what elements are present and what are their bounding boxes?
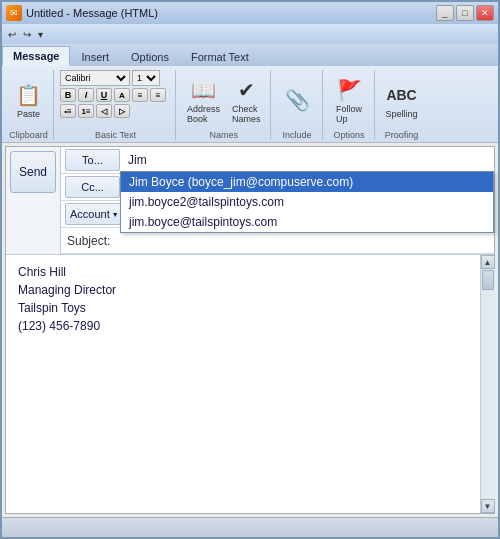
autocomplete-dropdown: Jim Boyce (boyce_jim@compuserve.com) jim…	[120, 171, 494, 233]
signature-line1: Chris Hill	[18, 263, 468, 281]
tab-options[interactable]: Options	[120, 46, 180, 66]
ribbon-group-include: 📎 Include	[273, 70, 323, 140]
ribbon-group-basic-text: Calibri 11 B I U A ≡ ≡	[56, 70, 176, 140]
paste-icon: 📋	[15, 81, 43, 109]
italic-button[interactable]: I	[78, 88, 94, 102]
follow-up-label: FollowUp	[336, 104, 362, 124]
title-bar: ✉ Untitled - Message (HTML) _ □ ✕	[2, 2, 498, 24]
ribbon-group-clipboard: 📋 Paste Clipboard	[4, 70, 54, 140]
follow-up-icon: 🚩	[335, 76, 363, 104]
maximize-button[interactable]: □	[456, 5, 474, 21]
font-row: Calibri 11	[60, 70, 171, 86]
options-group-label: Options	[334, 130, 365, 140]
title-bar-left: ✉ Untitled - Message (HTML)	[6, 5, 158, 21]
address-book-button[interactable]: 📖 AddressBook	[182, 73, 225, 127]
align-center-button[interactable]: ≡	[150, 88, 166, 102]
account-dropdown-arrow: ▼	[112, 211, 119, 218]
undo-button[interactable]: ↩	[6, 28, 18, 41]
ribbon: Message Insert Options Format Text 📋 Pas…	[2, 44, 498, 143]
signature-line3: Tailspin Toys	[18, 299, 468, 317]
to-row: To... Jim Boyce (boyce_jim@compuserve.co…	[61, 147, 494, 174]
format-row-2: B I U A ≡ ≡	[60, 88, 171, 102]
fields-section: To... Jim Boyce (boyce_jim@compuserve.co…	[61, 147, 494, 254]
attach-file-button[interactable]: 📎	[278, 83, 316, 117]
scrollbar: ▲ ▼	[480, 255, 494, 513]
spelling-button[interactable]: ABC Spelling	[381, 78, 423, 122]
ribbon-group-proofing: ABC Spelling Proofing	[377, 70, 427, 140]
compose-fields: Send To... Jim Boyce (boyce_jim@compuser…	[6, 147, 494, 255]
check-names-icon: ✔	[232, 76, 260, 104]
options-buttons: 🚩 FollowUp	[330, 70, 368, 130]
tab-format-text[interactable]: Format Text	[180, 46, 260, 66]
follow-up-button[interactable]: 🚩 FollowUp	[330, 73, 368, 127]
signature-line2: Managing Director	[18, 281, 468, 299]
main-window: ✉ Untitled - Message (HTML) _ □ ✕ ↩ ↪ ▾ …	[0, 0, 500, 539]
ribbon-tabs: Message Insert Options Format Text	[2, 44, 498, 66]
address-book-icon: 📖	[190, 76, 218, 104]
send-button[interactable]: Send	[10, 151, 56, 193]
body-area: Chris Hill Managing Director Tailspin To…	[6, 255, 494, 513]
names-buttons: 📖 AddressBook ✔ CheckNames	[182, 70, 266, 130]
decrease-indent-button[interactable]: ◁	[96, 104, 112, 118]
clipboard-group-label: Clipboard	[9, 130, 48, 140]
ribbon-group-names: 📖 AddressBook ✔ CheckNames Names	[178, 70, 271, 140]
subject-label: Subject:	[61, 232, 116, 250]
scroll-thumb[interactable]	[482, 270, 494, 290]
tab-message[interactable]: Message	[2, 46, 70, 66]
bullet-button[interactable]: •≡	[60, 104, 76, 118]
names-group-label: Names	[210, 130, 239, 140]
check-names-label: CheckNames	[232, 104, 261, 124]
account-button[interactable]: Account ▼	[65, 203, 124, 225]
paste-button[interactable]: 📋 Paste	[10, 78, 48, 122]
include-group-label: Include	[283, 130, 312, 140]
tab-insert[interactable]: Insert	[70, 46, 120, 66]
include-buttons: 📎	[278, 70, 316, 130]
message-body[interactable]: Chris Hill Managing Director Tailspin To…	[6, 255, 480, 513]
attach-file-icon: 📎	[283, 86, 311, 114]
autocomplete-item-1[interactable]: Jim Boyce (boyce_jim@compuserve.com)	[121, 172, 493, 192]
to-input[interactable]	[124, 151, 494, 169]
basic-text-label: Basic Text	[95, 130, 136, 140]
minimize-button[interactable]: _	[436, 5, 454, 21]
scroll-up-button[interactable]: ▲	[481, 255, 495, 269]
number-list-button[interactable]: 1≡	[78, 104, 94, 118]
subject-input[interactable]	[116, 232, 494, 250]
font-select[interactable]: Calibri	[60, 70, 130, 86]
align-left-button[interactable]: ≡	[132, 88, 148, 102]
window-title: Untitled - Message (HTML)	[26, 7, 158, 19]
close-button[interactable]: ✕	[476, 5, 494, 21]
proofing-group-label: Proofing	[385, 130, 419, 140]
send-area: Send	[6, 147, 61, 254]
underline-button[interactable]: U	[96, 88, 112, 102]
clipboard-buttons: 📋 Paste	[10, 70, 48, 130]
redo-button[interactable]: ↪	[21, 28, 33, 41]
cc-button[interactable]: Cc...	[65, 176, 120, 198]
quick-access-toolbar: ↩ ↪ ▾	[2, 24, 498, 44]
scroll-down-button[interactable]: ▼	[481, 499, 495, 513]
autocomplete-item-3[interactable]: jim.boyce@tailspintoys.com	[121, 212, 493, 232]
spelling-label: Spelling	[386, 109, 418, 119]
title-bar-controls: _ □ ✕	[436, 5, 494, 21]
format-row-3: •≡ 1≡ ◁ ▷	[60, 104, 171, 118]
scroll-track	[481, 269, 495, 499]
app-icon: ✉	[6, 5, 22, 21]
autocomplete-item-2[interactable]: jim.boyce2@tailspintoys.com	[121, 192, 493, 212]
signature-line4: (123) 456-7890	[18, 317, 468, 335]
compose-area: Send To... Jim Boyce (boyce_jim@compuser…	[5, 146, 495, 514]
check-names-button[interactable]: ✔ CheckNames	[227, 73, 266, 127]
font-size-select[interactable]: 11	[132, 70, 160, 86]
to-button[interactable]: To...	[65, 149, 120, 171]
proofing-buttons: ABC Spelling	[381, 70, 423, 130]
font-color-button[interactable]: A	[114, 88, 130, 102]
bold-button[interactable]: B	[60, 88, 76, 102]
account-label: Account	[70, 208, 110, 220]
paste-label: Paste	[17, 109, 40, 119]
spelling-icon: ABC	[388, 81, 416, 109]
increase-indent-button[interactable]: ▷	[114, 104, 130, 118]
quick-access-dropdown[interactable]: ▾	[36, 28, 45, 41]
compose-main: Send To... Jim Boyce (boyce_jim@compuser…	[6, 147, 494, 513]
ribbon-group-options: 🚩 FollowUp Options	[325, 70, 375, 140]
status-bar	[2, 517, 498, 537]
address-book-label: AddressBook	[187, 104, 220, 124]
ribbon-content: 📋 Paste Clipboard Calibri 11	[2, 66, 498, 142]
